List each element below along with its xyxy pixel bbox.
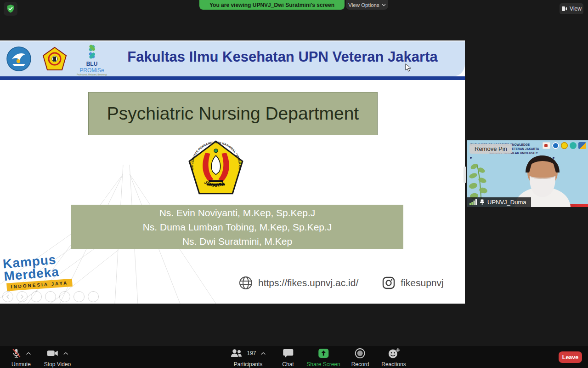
upnvj-pentagon-logo [42,46,67,71]
chat-icon [283,348,294,358]
participants-options-caret-icon[interactable] [261,352,266,355]
partner-logo [578,142,586,149]
participants-icon [230,348,242,358]
record-label: Record [351,361,369,368]
partner-logo [561,142,568,149]
remote-cursor-icon [405,63,412,72]
stop-video-label: Stop Video [44,361,71,368]
view-options-label: View Options [348,2,379,8]
partner-logo [570,142,577,149]
record-button[interactable]: Record [351,348,369,368]
presenter-name: Ns. Evin Noviyanti, M.Kep, Sp.Kep.J [159,206,316,220]
slide-header-strip [0,76,465,80]
ghost-zoom-icon [74,291,85,302]
reactions-button[interactable]: Reactions [381,348,406,368]
ghost-next-icon [17,291,28,302]
participants-button[interactable]: 197 Participants [230,348,266,368]
meeting-toolbar: Unmute Stop Video [0,346,588,368]
slide-header-banner: BLU PROMiSe Profesional, Melayani, Bersi… [0,41,465,76]
blu-name-light: PROMiSe [79,67,104,74]
globe-icon [239,276,253,290]
unmute-label: Unmute [11,361,31,368]
participants-label: Participants [234,361,263,368]
ghost-control-icon [45,291,56,302]
stop-video-options-caret-icon[interactable] [63,352,68,355]
chat-label: Chat [282,361,294,368]
mic-muted-icon [11,348,22,359]
slide-footer: https://fikes.upnvj.ac.id/ fikesupnvj [239,276,444,290]
slide-header-title: Fakultas Ilmu Kesehatan UPN Veteran Jaka… [108,49,457,65]
university-seal-box: UNIVERSITAS PEMBANGUNAN NASIONAL "VETERA… [185,137,247,199]
connection-signal-icon [469,199,477,205]
camera-icon [47,348,59,359]
remove-pin-button[interactable]: Remove Pin [469,144,512,154]
blu-name-bold: BLU [86,61,98,67]
partner-logo [552,142,559,149]
remove-pin-label: Remove Pin [475,145,507,152]
blu-promise-mark-icon [84,44,100,60]
ghost-prev-icon [2,291,13,302]
presenters-box: Ns. Evin Noviyanti, M.Kep, Sp.Kep.J Ns. … [71,205,403,249]
share-screen-icon [318,348,329,358]
leave-label: Leave [562,354,578,361]
chevron-down-icon [382,4,386,6]
pin-icon [480,199,485,205]
shared-screen-slide: BLU PROMiSe Profesional, Melayani, Bersi… [0,40,465,304]
view-options-button[interactable]: View Options [346,0,388,10]
blu-promise-logo: BLU PROMiSe Profesional, Melayani, Bersi… [76,44,108,76]
record-icon [355,348,366,359]
ghost-comment-icon [59,291,70,302]
stop-video-button[interactable]: Stop Video [44,348,71,368]
panel-resize-handle[interactable] [464,167,466,183]
zoom-meeting-window: You are viewing UPNVJ_Dwi Suratmini's sc… [0,0,588,368]
unmute-options-caret-icon[interactable] [26,352,31,355]
ghost-more-icon [88,291,99,302]
slideshow-ghost-controls [2,291,99,302]
shield-check-icon [6,4,15,13]
instagram-handle: fikesupnvj [401,277,443,288]
share-screen-button[interactable]: Share Screen [306,348,340,368]
view-button-label: View [570,6,582,12]
blu-tagline: Profesional, Melayani, Bersinergi [76,74,108,76]
pinned-video-tile[interactable]: EXCHANGE OF ACADEMIC KNOWLEDGE VETERAN J… [467,140,588,207]
partner-logo [543,142,550,149]
kemdikbud-logo [6,46,31,71]
leave-button[interactable]: Leave [559,351,582,363]
unmute-button[interactable]: Unmute [11,348,31,368]
instagram-icon [382,276,395,289]
kampus-merdeka-logo: Kampus Merdeka INDONESIA JAYA [2,252,73,292]
department-title: Psychiatric Nursing Department [107,104,359,124]
participant-name-label: UPNVJ_Duma [487,199,526,206]
screen-viewing-banner-text: You are viewing UPNVJ_Dwi Suratmini's sc… [209,2,334,8]
ghost-pen-icon [31,291,42,302]
view-button[interactable]: View [560,3,583,14]
presenter-name: Ns. Dwi Suratmini, M.Kep [182,234,292,248]
website-url: https://fikes.upnvj.ac.id/ [258,277,358,288]
presenter-name: Ns. Duma Lumban Tobing, M.Kep, Sp.Kep.J [143,220,332,234]
university-seal: UNIVERSITAS PEMBANGUNAN NASIONAL "VETERA… [187,139,244,196]
reactions-smiley-icon [388,348,400,359]
department-title-box: Psychiatric Nursing Department [88,92,378,135]
reactions-label: Reactions [381,361,406,368]
participants-count: 197 [247,350,256,356]
participant-name-tag: UPNVJ_Duma [467,197,531,207]
chat-button[interactable]: Chat [282,348,294,368]
screen-viewing-banner: You are viewing UPNVJ_Dwi Suratmini's sc… [199,0,345,10]
share-screen-label: Share Screen [306,361,340,368]
partner-logos [543,142,586,149]
security-shield-button[interactable] [4,2,17,16]
view-layout-icon [561,6,567,12]
